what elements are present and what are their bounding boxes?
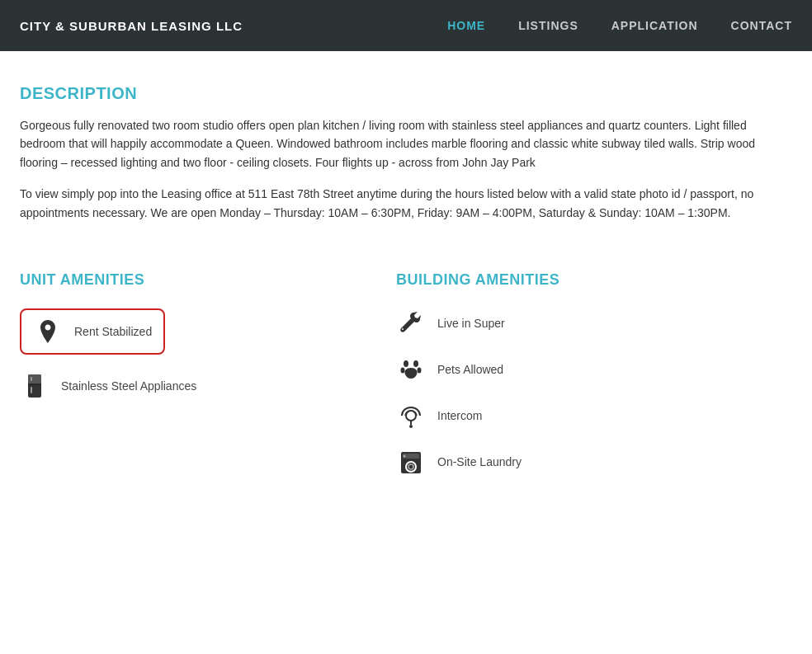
main-content: DESCRIPTION Gorgeous fully renovated two… [0,51,792,526]
amenity-rent-stabilized-label: Rent Stabilized [74,325,152,338]
nav-listings[interactable]: LISTINGS [518,19,578,32]
intercom-icon [396,401,426,431]
amenity-stainless-label: Stainless Steel Appliances [61,379,196,393]
amenity-rent-stabilized: Rent Stabilized [20,308,165,355]
unit-amenities-title: UNIT AMENITIES [20,271,396,289]
svg-point-5 [404,360,408,367]
description-body: Gorgeous fully renovated two room studio… [20,116,772,222]
svg-point-10 [409,425,413,428]
svg-point-16 [404,454,406,457]
nav-home[interactable]: HOME [447,19,485,32]
amenity-intercom: Intercom [396,401,772,431]
amenity-intercom-label: Intercom [437,409,482,422]
wrench-icon [396,308,426,338]
nav-links: HOME LISTINGS APPLICATION CONTACT [447,19,792,32]
svg-point-8 [418,367,422,373]
description-section: DESCRIPTION Gorgeous fully renovated two… [20,84,772,222]
description-paragraph-2: To view simply pop into the Leasing offi… [20,185,772,222]
svg-point-6 [413,360,418,367]
description-title: DESCRIPTION [20,84,772,103]
amenity-live-in-super-label: Live in Super [437,317,505,330]
location-pin-icon [33,317,63,346]
fridge-icon [20,371,50,401]
svg-rect-1 [28,374,41,384]
paw-icon [396,355,426,384]
building-amenities-col: BUILDING AMENITIES Live in Super [396,271,772,493]
navbar: CITY & SUBURBAN LEASING LLC HOME LISTING… [0,0,812,51]
amenity-stainless-steel: Stainless Steel Appliances [20,371,396,401]
unit-amenities-col: UNIT AMENITIES Rent Stabilized [20,271,396,493]
nav-application[interactable]: APPLICATION [611,19,698,32]
building-amenities-title: BUILDING AMENITIES [396,271,772,289]
amenity-laundry-label: On-Site Laundry [437,455,522,468]
amenities-section: UNIT AMENITIES Rent Stabilized [20,271,772,493]
svg-rect-4 [31,387,32,393]
nav-contact[interactable]: CONTACT [731,19,792,32]
amenity-pets-allowed: Pets Allowed [396,355,772,384]
amenity-pets-label: Pets Allowed [437,363,503,376]
svg-point-7 [401,367,405,373]
amenity-laundry: On-Site Laundry [396,447,772,477]
washer-icon [396,447,426,477]
description-paragraph-1: Gorgeous fully renovated two room studio… [20,116,772,172]
brand-logo: CITY & SUBURBAN LEASING LLC [20,19,447,33]
svg-rect-3 [31,377,32,381]
amenity-live-in-super: Live in Super [396,308,772,338]
